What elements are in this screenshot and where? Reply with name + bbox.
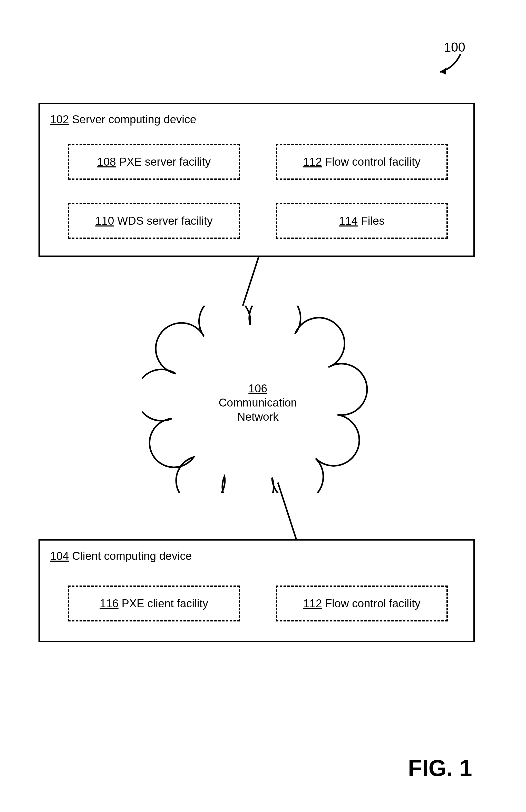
figure-caption: FIG. 1 bbox=[408, 755, 472, 781]
cloud-number: 106 bbox=[249, 382, 267, 395]
cloud-network: 106 Communication Network bbox=[142, 306, 373, 493]
server-inner-row-2: 110 WDS server facility 114 Files bbox=[68, 203, 448, 239]
pxe-client-facility-box: 116 PXE client facility bbox=[68, 585, 240, 622]
cloud-label-line1: Communication bbox=[142, 395, 373, 410]
client-box-label: Client computing device bbox=[72, 550, 192, 562]
files-number: 114 bbox=[339, 214, 358, 227]
server-inner-row-1: 108 PXE server facility 112 Flow control… bbox=[68, 144, 448, 180]
files-box: 114 Files bbox=[276, 203, 448, 239]
page: 100 102 Server computing device 108 PXE … bbox=[0, 0, 526, 812]
client-flow-control-facility-box: 112 Flow control facility bbox=[276, 585, 448, 622]
pxe-client-label: PXE client facility bbox=[122, 597, 208, 610]
client-box-number: 104 bbox=[50, 550, 69, 562]
wds-server-number: 110 bbox=[95, 214, 114, 227]
pxe-server-facility-box: 108 PXE server facility bbox=[68, 144, 240, 180]
server-flow-control-number: 112 bbox=[303, 155, 322, 168]
wds-server-label: WDS server facility bbox=[117, 214, 213, 227]
pxe-server-number: 108 bbox=[97, 155, 116, 168]
server-box-number: 102 bbox=[50, 113, 69, 126]
client-flow-control-label: Flow control facility bbox=[325, 597, 421, 610]
client-box-title: 104 Client computing device bbox=[50, 550, 192, 562]
client-inner-row: 116 PXE client facility 112 Flow control… bbox=[68, 585, 448, 622]
cloud-label-line2: Network bbox=[142, 410, 373, 424]
cloud-text: 106 Communication Network bbox=[142, 381, 373, 424]
figure-ref-arrow-icon bbox=[436, 53, 467, 78]
server-box: 102 Server computing device 108 PXE serv… bbox=[39, 103, 475, 257]
server-box-title: 102 Server computing device bbox=[50, 113, 196, 126]
server-flow-control-facility-box: 112 Flow control facility bbox=[276, 144, 448, 180]
wds-server-facility-box: 110 WDS server facility bbox=[68, 203, 240, 239]
client-box: 104 Client computing device 116 PXE clie… bbox=[39, 539, 475, 642]
server-flow-control-label: Flow control facility bbox=[325, 155, 421, 168]
pxe-client-number: 116 bbox=[100, 597, 118, 610]
pxe-server-label: PXE server facility bbox=[119, 155, 211, 168]
files-label: Files bbox=[361, 214, 385, 227]
client-flow-control-number: 112 bbox=[303, 597, 322, 610]
server-box-label: Server computing device bbox=[72, 113, 196, 126]
